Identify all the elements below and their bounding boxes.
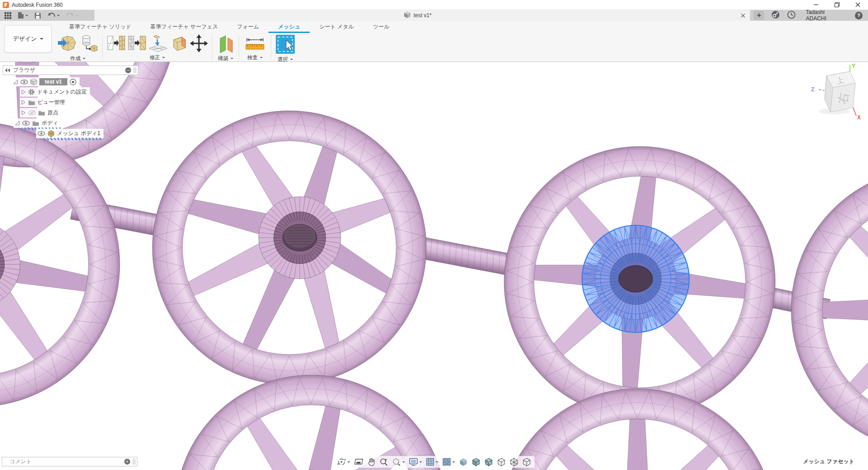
zoom-button[interactable]	[380, 458, 388, 466]
grid-and-snaps-button[interactable]	[426, 458, 439, 466]
quick-access-toolbar	[0, 10, 94, 21]
job-status-clock-icon[interactable]	[787, 10, 796, 21]
smooth-icon[interactable]	[148, 34, 168, 54]
create-menu-button[interactable]: 作成	[70, 55, 85, 63]
restore-button[interactable]	[826, 0, 847, 9]
toolbar-group-construct: 構築	[213, 33, 238, 61]
modify-menu-button[interactable]: 修正	[150, 54, 165, 62]
measure-icon[interactable]	[243, 34, 267, 54]
add-comment-icon[interactable]: +	[124, 459, 130, 465]
tab-mesh[interactable]: メッシュ	[269, 21, 310, 33]
comment-placeholder[interactable]: コメント	[2, 458, 122, 465]
visibility-eye-icon[interactable]	[22, 121, 30, 126]
fusion-360-logo-icon	[3, 2, 9, 8]
workspace-selector[interactable]: デザイン	[5, 25, 52, 52]
viewcube-y-axis-label: Y	[852, 63, 855, 69]
style-wireframe-hidden-edges-icon[interactable]	[497, 458, 506, 466]
construct-menu-button[interactable]: 構築	[218, 55, 233, 63]
new-tab-button[interactable]: +	[754, 11, 764, 20]
tree-item-document[interactable]: test v1	[12, 77, 80, 86]
select-icon[interactable]	[275, 34, 295, 56]
comment-bar[interactable]: コメント +	[2, 457, 137, 466]
style-wireframe-icon[interactable]	[510, 458, 519, 466]
expand-collapse-icon[interactable]	[21, 110, 26, 115]
visibility-off-eye-icon[interactable]	[28, 110, 36, 115]
window-controls	[806, 0, 868, 9]
file-menu-button[interactable]	[18, 12, 28, 19]
create-mesh-from-body-icon[interactable]	[80, 34, 98, 55]
tree-item-bodies[interactable]: ボディ	[14, 118, 61, 128]
viewcube-front-face-label: 右	[835, 91, 851, 105]
document-tab-label: test v1*	[414, 12, 432, 19]
close-tab-button[interactable]	[741, 13, 745, 18]
tab-base-feature-solid[interactable]: 基準フィーチャ ソリッド	[60, 21, 141, 33]
view-cube[interactable]: 上 右 Y X Z	[808, 62, 867, 121]
document-cube-icon	[404, 11, 411, 19]
remesh-icon[interactable]	[107, 34, 126, 54]
undo-button[interactable]	[47, 12, 60, 19]
viewcube-x-axis-label: X	[857, 114, 861, 121]
browser-header[interactable]: ブラウザ −	[3, 66, 138, 75]
panel-minus-icon[interactable]: −	[125, 67, 131, 73]
tree-item-mesh-body[interactable]: メッシュ ボディ1	[36, 129, 104, 138]
visibility-eye-icon[interactable]	[38, 131, 45, 136]
selection-filter-status: メッシュ ファセット	[803, 458, 854, 465]
visibility-eye-icon[interactable]	[20, 80, 28, 85]
redo-button[interactable]	[66, 12, 78, 19]
ribbon: デザイン 基準フィーチャ ソリッド 基準フィーチャ サーフェス フォーム メッシ…	[0, 21, 868, 62]
activate-component-radio-icon[interactable]	[70, 79, 76, 85]
document-name: test v1	[39, 78, 67, 85]
user-account-button[interactable]: Tadashi ADACHI	[806, 9, 845, 22]
tab-tools[interactable]: ツール	[363, 21, 399, 33]
panel-resize-grip[interactable]	[134, 67, 136, 73]
browser-tree: test v1 ドキュメントの設定 ビュー管理 原点	[3, 77, 138, 139]
expand-collapse-icon[interactable]	[15, 121, 20, 126]
construct-plane-icon[interactable]	[217, 34, 235, 55]
extensions-icon[interactable]	[771, 10, 780, 21]
workspace-label: デザイン	[13, 35, 37, 43]
style-wireframe-visible-icon[interactable]	[523, 458, 531, 466]
toolbar-group-create: 作成	[54, 33, 101, 61]
reduce-icon[interactable]	[127, 34, 146, 54]
help-button[interactable]: ?	[855, 12, 863, 19]
style-shaded-visible-edges-icon[interactable]	[472, 458, 481, 466]
select-menu-button[interactable]: 選択	[278, 56, 293, 64]
ribbon-toolbar: 作成 修正	[54, 33, 298, 61]
display-settings-button[interactable]	[409, 458, 422, 466]
tree-item-view-management[interactable]: ビュー管理	[20, 98, 68, 107]
orbit-button[interactable]	[337, 458, 350, 466]
navigation-bar	[334, 456, 535, 468]
browser-panel: ブラウザ − test v1 ドキュメントの設定 ビュー管理	[3, 66, 138, 139]
tab-form[interactable]: フォーム	[227, 21, 269, 33]
look-at-button[interactable]	[354, 458, 363, 465]
app-grid-menu-icon[interactable]	[5, 12, 11, 19]
expand-collapse-icon[interactable]	[21, 89, 26, 94]
pan-button[interactable]	[368, 458, 376, 466]
toolbar-group-inspect: 検査	[240, 33, 270, 61]
tab-base-feature-surface[interactable]: 基準フィーチャ サーフェス	[141, 21, 228, 33]
document-tab[interactable]: test v1*	[404, 11, 432, 19]
viewcube-z-axis-label: Z	[811, 86, 814, 93]
save-button[interactable]	[34, 12, 41, 19]
zoom-window-button[interactable]	[392, 458, 405, 466]
style-shaded-icon[interactable]	[459, 458, 468, 466]
insert-mesh-icon[interactable]	[57, 34, 78, 55]
close-button[interactable]	[847, 0, 868, 9]
viewports-button[interactable]	[443, 458, 455, 466]
minimize-button[interactable]	[806, 0, 826, 9]
move-icon[interactable]	[190, 34, 208, 54]
expand-collapse-icon[interactable]	[13, 80, 18, 85]
window-titlebar: Autodesk Fusion 360	[0, 0, 868, 10]
folder-icon	[28, 99, 35, 105]
tree-item-document-settings[interactable]: ドキュメントの設定	[20, 87, 90, 97]
collapse-panel-icon[interactable]	[5, 67, 10, 74]
tab-sheet-metal[interactable]: シート メタル	[310, 21, 363, 33]
document-cube-icon	[30, 79, 37, 85]
style-shaded-hidden-edges-icon[interactable]	[485, 458, 493, 466]
expand-collapse-icon[interactable]	[21, 100, 26, 105]
comment-resize-grip[interactable]	[133, 459, 135, 465]
plane-cut-icon[interactable]	[170, 34, 188, 54]
tree-item-origin[interactable]: 原点	[20, 108, 61, 118]
inspect-menu-button[interactable]: 検査	[247, 54, 263, 62]
application-bar: test v1* + Tadashi ADACHI ?	[0, 10, 868, 21]
